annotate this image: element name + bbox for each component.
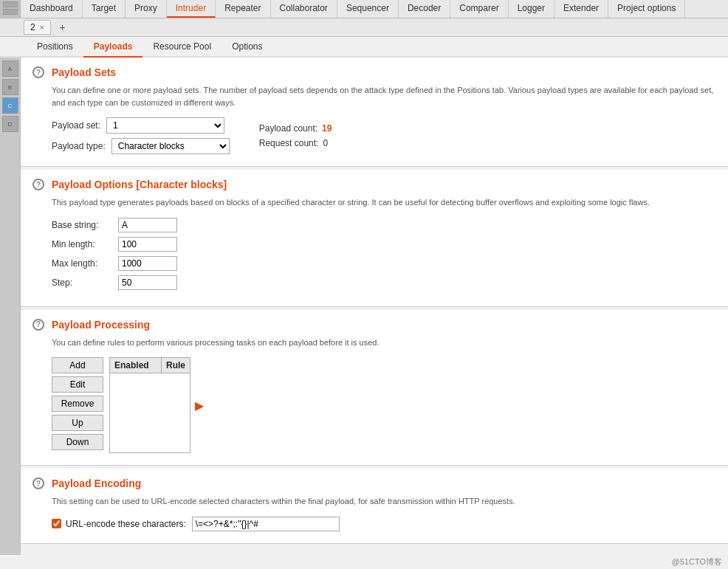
nav-dashboard[interactable]: Dashboard [21,0,83,18]
url-encode-label: URL-encode these characters: [66,519,186,529]
watermark: @51CTO博客 [0,555,728,569]
payload-count-label: Payload count: [259,123,317,134]
payload-encoding-description: This setting can be used to URL-encode s… [52,495,716,508]
processing-table: Enabled Rule [109,357,190,453]
sidebar-icon-c[interactable]: C [2,97,18,114]
tab-close-button[interactable]: × [40,24,44,32]
payload-processing-help-icon[interactable]: ? [32,319,44,331]
payload-type-label: Payload type: [52,141,106,151]
min-length-row: Min length: [52,237,716,252]
payload-encoding-title: Payload Encoding [52,477,141,489]
encoding-row: URL-encode these characters: [52,517,716,531]
nav-intruder[interactable]: Intruder [167,0,216,18]
request-count-label: Request count: [259,138,319,148]
step-row: Step: [52,275,716,290]
max-length-input[interactable] [118,256,177,271]
url-encode-checkbox[interactable] [52,519,61,528]
sidebar-icon-a[interactable]: A [2,61,18,77]
nav-decoder[interactable]: Decoder [399,0,450,18]
tab-positions[interactable]: Positions [27,37,83,58]
payload-sets-description: You can define one or more payload sets.… [52,84,716,108]
top-navigation: Dashboard Target Proxy Intruder Repeater… [0,0,728,18]
tab-payloads[interactable]: Payloads [83,37,143,58]
max-length-row: Max length: [52,256,716,271]
processing-table-body [110,373,190,447]
nav-extender[interactable]: Extender [554,0,608,18]
left-sidebar: A B C D [0,58,21,555]
left-sidebar-icons [0,0,21,18]
processing-area: Add Edit Remove Up Down Enabled Rule [52,357,716,453]
payload-set-label: Payload set: [52,120,100,131]
nav-repeater[interactable]: Repeater [216,0,270,18]
rule-column-header: Rule [162,358,190,373]
add-rule-button[interactable]: Add [52,357,103,373]
payload-set-select[interactable]: 1 [106,117,224,134]
min-length-label: Min length: [52,239,118,249]
enabled-column-header: Enabled [110,358,162,373]
remove-rule-button[interactable]: Remove [52,396,103,412]
payload-type-select[interactable]: Character blocks Simple list Numbers [111,138,230,154]
payload-processing-description: You can define rules to perform various … [52,337,716,349]
nav-target[interactable]: Target [83,0,126,18]
nav-collaborator[interactable]: Collaborator [271,0,337,18]
sidebar-icon-d[interactable]: D [2,116,18,132]
tab-label: 2 [30,22,35,32]
payload-encoding-help-icon[interactable]: ? [32,477,44,489]
tab-resource-pool[interactable]: Resource Pool [142,37,222,58]
sidebar-icon-1[interactable] [3,1,18,7]
processing-table-header: Enabled Rule [110,358,190,373]
add-tab-button[interactable]: + [54,20,72,35]
nav-logger[interactable]: Logger [509,0,554,18]
sidebar-icon-b[interactable]: B [2,79,18,95]
nav-comparer[interactable]: Comparer [450,0,508,18]
tab-bar: 2 × + [0,18,728,37]
sidebar-icon-2[interactable] [3,9,18,15]
processing-arrow-icon: ▶ [195,399,204,413]
step-input[interactable] [118,275,177,290]
payload-processing-title: Payload Processing [52,319,150,331]
base-string-label: Base string: [52,220,118,230]
payload-sets-title: Payload Sets [52,66,116,78]
payload-encoding-section: ? Payload Encoding This setting can be u… [21,469,728,544]
payload-options-help-icon[interactable]: ? [32,179,44,190]
nav-project-options[interactable]: Project options [608,0,685,18]
down-rule-button[interactable]: Down [52,434,103,450]
base-string-input[interactable] [118,218,177,232]
request-count-value: 0 [323,138,328,148]
intruder-tab-2[interactable]: 2 × [24,20,51,35]
processing-buttons: Add Edit Remove Up Down [52,357,103,453]
url-encode-checkbox-wrap: URL-encode these characters: [52,519,186,529]
payload-options-description: This payload type generates payloads bas… [52,196,716,209]
edit-rule-button[interactable]: Edit [52,376,103,393]
sub-tab-bar: Positions Payloads Resource Pool Options [0,37,728,58]
payload-processing-section: ? Payload Processing You can define rule… [21,310,728,466]
payload-options-title: Payload Options [Character blocks] [52,179,227,190]
payload-sets-help-icon[interactable]: ? [32,66,44,78]
step-label: Step: [52,277,118,288]
max-length-label: Max length: [52,258,118,269]
nav-proxy[interactable]: Proxy [126,0,167,18]
base-string-row: Base string: [52,218,716,232]
tab-options[interactable]: Options [222,37,272,58]
up-rule-button[interactable]: Up [52,415,103,431]
nav-sequencer[interactable]: Sequencer [337,0,399,18]
payload-count-value: 19 [322,123,332,134]
encoding-chars-input[interactable] [192,517,340,531]
payload-options-section: ? Payload Options [Character blocks] Thi… [21,170,728,307]
min-length-input[interactable] [118,237,177,252]
payload-sets-section: ? Payload Sets You can define one or mor… [21,58,728,167]
